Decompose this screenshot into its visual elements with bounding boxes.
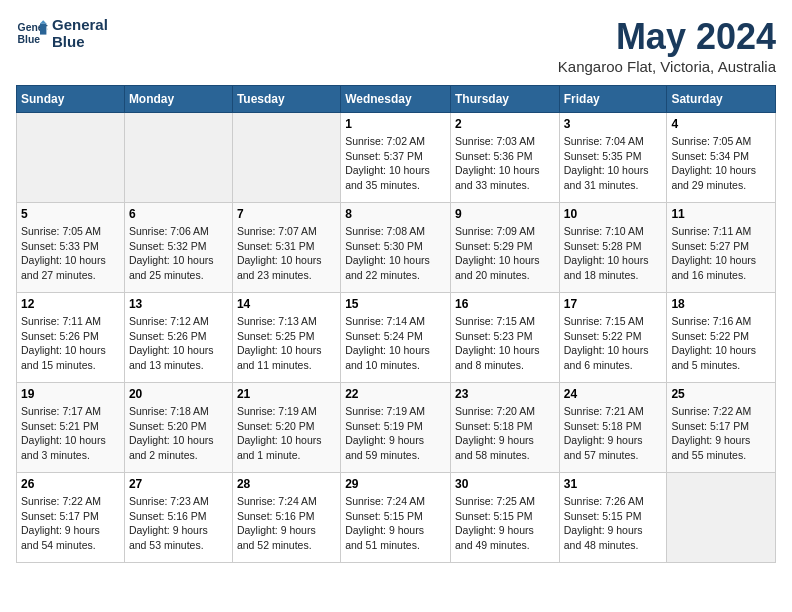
calendar-cell: 16Sunrise: 7:15 AM Sunset: 5:23 PM Dayli… [450, 293, 559, 383]
week-row-2: 5Sunrise: 7:05 AM Sunset: 5:33 PM Daylig… [17, 203, 776, 293]
cell-date-number: 4 [671, 117, 771, 131]
calendar-cell: 24Sunrise: 7:21 AM Sunset: 5:18 PM Dayli… [559, 383, 667, 473]
calendar-cell: 21Sunrise: 7:19 AM Sunset: 5:20 PM Dayli… [232, 383, 340, 473]
week-row-1: 1Sunrise: 7:02 AM Sunset: 5:37 PM Daylig… [17, 113, 776, 203]
cell-date-number: 14 [237, 297, 336, 311]
svg-marker-2 [40, 23, 46, 34]
calendar-cell: 12Sunrise: 7:11 AM Sunset: 5:26 PM Dayli… [17, 293, 125, 383]
cell-date-number: 12 [21, 297, 120, 311]
cell-info-text: Sunrise: 7:12 AM Sunset: 5:26 PM Dayligh… [129, 314, 228, 373]
cell-info-text: Sunrise: 7:15 AM Sunset: 5:22 PM Dayligh… [564, 314, 663, 373]
cell-info-text: Sunrise: 7:26 AM Sunset: 5:15 PM Dayligh… [564, 494, 663, 553]
header-saturday: Saturday [667, 86, 776, 113]
week-row-3: 12Sunrise: 7:11 AM Sunset: 5:26 PM Dayli… [17, 293, 776, 383]
header-sunday: Sunday [17, 86, 125, 113]
cell-info-text: Sunrise: 7:05 AM Sunset: 5:34 PM Dayligh… [671, 134, 771, 193]
logo-icon: General Blue [16, 17, 48, 49]
cell-date-number: 28 [237, 477, 336, 491]
cell-date-number: 18 [671, 297, 771, 311]
cell-date-number: 9 [455, 207, 555, 221]
calendar-cell: 7Sunrise: 7:07 AM Sunset: 5:31 PM Daylig… [232, 203, 340, 293]
cell-date-number: 7 [237, 207, 336, 221]
calendar-table: SundayMondayTuesdayWednesdayThursdayFrid… [16, 85, 776, 563]
calendar-cell: 25Sunrise: 7:22 AM Sunset: 5:17 PM Dayli… [667, 383, 776, 473]
cell-date-number: 24 [564, 387, 663, 401]
cell-date-number: 29 [345, 477, 446, 491]
logo-line2: Blue [52, 33, 108, 50]
cell-date-number: 13 [129, 297, 228, 311]
cell-info-text: Sunrise: 7:08 AM Sunset: 5:30 PM Dayligh… [345, 224, 446, 283]
cell-date-number: 25 [671, 387, 771, 401]
cell-info-text: Sunrise: 7:19 AM Sunset: 5:20 PM Dayligh… [237, 404, 336, 463]
calendar-cell: 10Sunrise: 7:10 AM Sunset: 5:28 PM Dayli… [559, 203, 667, 293]
cell-info-text: Sunrise: 7:22 AM Sunset: 5:17 PM Dayligh… [21, 494, 120, 553]
calendar-cell: 2Sunrise: 7:03 AM Sunset: 5:36 PM Daylig… [450, 113, 559, 203]
header-monday: Monday [124, 86, 232, 113]
svg-text:Blue: Blue [18, 34, 41, 45]
cell-info-text: Sunrise: 7:03 AM Sunset: 5:36 PM Dayligh… [455, 134, 555, 193]
calendar-cell: 23Sunrise: 7:20 AM Sunset: 5:18 PM Dayli… [450, 383, 559, 473]
calendar-cell: 14Sunrise: 7:13 AM Sunset: 5:25 PM Dayli… [232, 293, 340, 383]
cell-info-text: Sunrise: 7:19 AM Sunset: 5:19 PM Dayligh… [345, 404, 446, 463]
cell-info-text: Sunrise: 7:24 AM Sunset: 5:16 PM Dayligh… [237, 494, 336, 553]
cell-info-text: Sunrise: 7:22 AM Sunset: 5:17 PM Dayligh… [671, 404, 771, 463]
cell-info-text: Sunrise: 7:11 AM Sunset: 5:26 PM Dayligh… [21, 314, 120, 373]
cell-info-text: Sunrise: 7:21 AM Sunset: 5:18 PM Dayligh… [564, 404, 663, 463]
cell-info-text: Sunrise: 7:23 AM Sunset: 5:16 PM Dayligh… [129, 494, 228, 553]
cell-date-number: 3 [564, 117, 663, 131]
cell-date-number: 17 [564, 297, 663, 311]
header-row: SundayMondayTuesdayWednesdayThursdayFrid… [17, 86, 776, 113]
calendar-cell: 19Sunrise: 7:17 AM Sunset: 5:21 PM Dayli… [17, 383, 125, 473]
calendar-cell: 31Sunrise: 7:26 AM Sunset: 5:15 PM Dayli… [559, 473, 667, 563]
cell-info-text: Sunrise: 7:15 AM Sunset: 5:23 PM Dayligh… [455, 314, 555, 373]
cell-info-text: Sunrise: 7:04 AM Sunset: 5:35 PM Dayligh… [564, 134, 663, 193]
cell-date-number: 21 [237, 387, 336, 401]
cell-info-text: Sunrise: 7:18 AM Sunset: 5:20 PM Dayligh… [129, 404, 228, 463]
calendar-cell: 6Sunrise: 7:06 AM Sunset: 5:32 PM Daylig… [124, 203, 232, 293]
calendar-cell: 29Sunrise: 7:24 AM Sunset: 5:15 PM Dayli… [341, 473, 451, 563]
header-wednesday: Wednesday [341, 86, 451, 113]
cell-date-number: 26 [21, 477, 120, 491]
calendar-cell: 30Sunrise: 7:25 AM Sunset: 5:15 PM Dayli… [450, 473, 559, 563]
calendar-cell: 22Sunrise: 7:19 AM Sunset: 5:19 PM Dayli… [341, 383, 451, 473]
subtitle: Kangaroo Flat, Victoria, Australia [558, 58, 776, 75]
calendar-cell: 1Sunrise: 7:02 AM Sunset: 5:37 PM Daylig… [341, 113, 451, 203]
calendar-cell: 20Sunrise: 7:18 AM Sunset: 5:20 PM Dayli… [124, 383, 232, 473]
calendar-cell: 4Sunrise: 7:05 AM Sunset: 5:34 PM Daylig… [667, 113, 776, 203]
cell-info-text: Sunrise: 7:16 AM Sunset: 5:22 PM Dayligh… [671, 314, 771, 373]
cell-date-number: 8 [345, 207, 446, 221]
week-row-5: 26Sunrise: 7:22 AM Sunset: 5:17 PM Dayli… [17, 473, 776, 563]
cell-info-text: Sunrise: 7:09 AM Sunset: 5:29 PM Dayligh… [455, 224, 555, 283]
cell-date-number: 16 [455, 297, 555, 311]
cell-info-text: Sunrise: 7:06 AM Sunset: 5:32 PM Dayligh… [129, 224, 228, 283]
cell-info-text: Sunrise: 7:05 AM Sunset: 5:33 PM Dayligh… [21, 224, 120, 283]
cell-date-number: 31 [564, 477, 663, 491]
cell-info-text: Sunrise: 7:25 AM Sunset: 5:15 PM Dayligh… [455, 494, 555, 553]
calendar-cell: 28Sunrise: 7:24 AM Sunset: 5:16 PM Dayli… [232, 473, 340, 563]
cell-info-text: Sunrise: 7:14 AM Sunset: 5:24 PM Dayligh… [345, 314, 446, 373]
calendar-cell [17, 113, 125, 203]
cell-date-number: 22 [345, 387, 446, 401]
cell-info-text: Sunrise: 7:11 AM Sunset: 5:27 PM Dayligh… [671, 224, 771, 283]
calendar-cell: 3Sunrise: 7:04 AM Sunset: 5:35 PM Daylig… [559, 113, 667, 203]
cell-date-number: 20 [129, 387, 228, 401]
calendar-cell: 15Sunrise: 7:14 AM Sunset: 5:24 PM Dayli… [341, 293, 451, 383]
cell-info-text: Sunrise: 7:07 AM Sunset: 5:31 PM Dayligh… [237, 224, 336, 283]
cell-info-text: Sunrise: 7:10 AM Sunset: 5:28 PM Dayligh… [564, 224, 663, 283]
cell-date-number: 15 [345, 297, 446, 311]
logo: General Blue General Blue [16, 16, 108, 50]
cell-date-number: 6 [129, 207, 228, 221]
calendar-cell: 8Sunrise: 7:08 AM Sunset: 5:30 PM Daylig… [341, 203, 451, 293]
cell-info-text: Sunrise: 7:24 AM Sunset: 5:15 PM Dayligh… [345, 494, 446, 553]
main-title: May 2024 [558, 16, 776, 58]
calendar-cell: 11Sunrise: 7:11 AM Sunset: 5:27 PM Dayli… [667, 203, 776, 293]
calendar-cell: 26Sunrise: 7:22 AM Sunset: 5:17 PM Dayli… [17, 473, 125, 563]
logo-line1: General [52, 16, 108, 33]
cell-date-number: 5 [21, 207, 120, 221]
cell-date-number: 10 [564, 207, 663, 221]
cell-date-number: 23 [455, 387, 555, 401]
cell-date-number: 11 [671, 207, 771, 221]
cell-date-number: 30 [455, 477, 555, 491]
cell-date-number: 27 [129, 477, 228, 491]
calendar-cell: 17Sunrise: 7:15 AM Sunset: 5:22 PM Dayli… [559, 293, 667, 383]
